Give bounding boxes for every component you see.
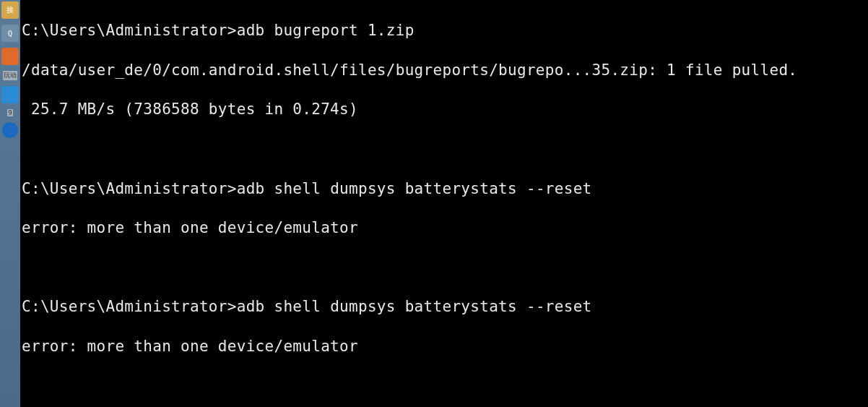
taskbar-item-circle[interactable] xyxy=(2,122,18,138)
terminal-output: error: more than one device/emulator xyxy=(22,337,868,356)
command-text: adb shell dumpsys batterystats --reset xyxy=(237,298,592,315)
taskbar-label-5: 9 xyxy=(7,109,12,116)
terminal-output: 25.7 MB/s (7386588 bytes in 0.274s) xyxy=(22,100,868,119)
terminal-blank xyxy=(22,140,868,159)
prompt: C:\Users\Administrator> xyxy=(22,298,237,315)
terminal-line: C:\Users\Administrator>adb shell dumpsys… xyxy=(22,297,868,317)
taskbar-item-2[interactable] xyxy=(1,48,19,65)
desktop-taskbar: 接 Q 玩动 9 xyxy=(0,0,20,407)
terminal-output: /data/user_de/0/com.android.shell/files/… xyxy=(22,61,868,80)
command-text: adb bugreport 1.zip xyxy=(237,22,415,39)
prompt: C:\Users\Administrator> xyxy=(22,180,237,197)
terminal-line: C:\Users\Administrator>adb bugreport 1.z… xyxy=(22,21,868,40)
terminal-blank xyxy=(22,377,868,396)
terminal-line: C:\Users\Administrator>adb shell dumpsys… xyxy=(22,179,868,199)
command-prompt-terminal[interactable]: C:\Users\Administrator>adb bugreport 1.z… xyxy=(20,0,868,407)
terminal-output: error: more than one device/emulator xyxy=(22,218,868,238)
command-text: adb shell dumpsys batterystats --reset xyxy=(237,180,592,197)
terminal-blank xyxy=(22,258,868,278)
prompt: C:\Users\Administrator> xyxy=(22,22,237,39)
taskbar-label-3: 玩动 xyxy=(3,71,17,80)
taskbar-item-q[interactable]: Q xyxy=(1,25,19,42)
taskbar-item-4[interactable] xyxy=(1,86,19,103)
taskbar-item-0[interactable]: 接 xyxy=(1,1,19,19)
